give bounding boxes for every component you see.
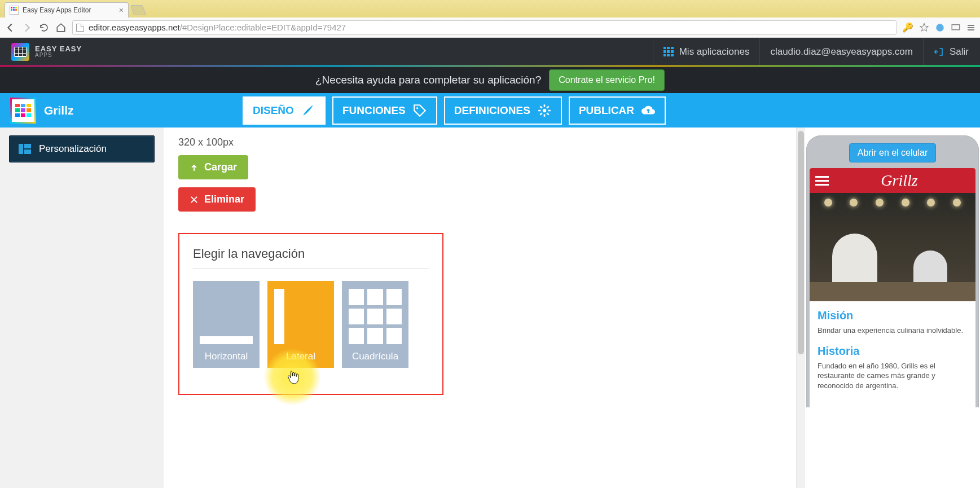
- tab-design[interactable]: DISEÑO: [243, 96, 326, 125]
- brand-line2: APPS: [35, 52, 82, 58]
- app-header: EASY EASY APPS Mis aplicaciones claudio.…: [0, 38, 980, 65]
- help-question: ¿Necesita ayuda para completar su aplica…: [315, 74, 541, 86]
- present-icon[interactable]: [951, 23, 961, 33]
- svg-rect-6: [15, 9, 17, 11]
- nav-horizontal-icon: [200, 289, 253, 344]
- browser-toolbar: editor.easyeasyapps.net/#DesignPlace:edi…: [0, 17, 980, 38]
- main-area: Personalización 320 x 100px Cargar Elimi…: [0, 128, 980, 488]
- tab-functions[interactable]: FUNCIONES: [332, 96, 437, 125]
- preview-section-body: Fundado en el año 1980, Grills es el res…: [818, 361, 968, 391]
- svg-rect-4: [11, 9, 12, 11]
- nav-grid-icon: [349, 289, 402, 344]
- extension-icon[interactable]: [935, 23, 945, 33]
- help-banner: ¿Necesita ayuda para completar su aplica…: [0, 65, 980, 93]
- reload-button[interactable]: [38, 22, 50, 33]
- delete-button[interactable]: Eliminar: [178, 187, 256, 212]
- upload-button[interactable]: Cargar: [178, 155, 248, 179]
- dimensions-label: 320 x 100px: [178, 137, 790, 148]
- current-app-chip[interactable]: Grillz: [10, 98, 74, 124]
- svg-rect-1: [11, 7, 12, 8]
- preview-app-title: Grillz: [829, 172, 970, 190]
- layout-icon: [19, 144, 31, 154]
- tab-publish[interactable]: PUBLICAR: [569, 96, 666, 125]
- editor-tabs: DISEÑO FUNCIONES DEFINICIONES PUBLICAR: [243, 96, 666, 125]
- new-tab-button[interactable]: [130, 5, 146, 15]
- upload-icon: [190, 163, 199, 172]
- forward-button[interactable]: [21, 22, 33, 33]
- svg-point-9: [416, 107, 418, 109]
- choose-navigation-section: Elegir la navegación Horizontal Lateral …: [178, 233, 443, 395]
- scrollbar[interactable]: [796, 128, 805, 488]
- back-button[interactable]: [5, 22, 16, 33]
- star-icon[interactable]: [919, 23, 929, 33]
- home-button[interactable]: [55, 22, 67, 33]
- preview-hero-image: [810, 193, 975, 301]
- app-icon: [10, 98, 36, 124]
- open-mobile-button[interactable]: Abrir en el celular: [849, 143, 937, 162]
- svg-point-7: [936, 24, 944, 32]
- brand-logo[interactable]: EASY EASY APPS: [11, 43, 82, 61]
- content-pane: 320 x 100px Cargar Eliminar Elegir la na…: [164, 128, 805, 488]
- choose-navigation-title: Elegir la navegación: [193, 247, 429, 269]
- preview-header: Grillz: [810, 168, 975, 193]
- key-icon[interactable]: 🔑: [902, 22, 913, 33]
- gear-icon: [537, 103, 552, 118]
- logout-icon: [934, 47, 944, 57]
- scrollbar-thumb[interactable]: [798, 131, 804, 354]
- tab-definitions[interactable]: DEFINICIONES: [444, 96, 562, 125]
- user-email[interactable]: claudio.diaz@easyeasyapps.com: [770, 46, 913, 58]
- close-icon: [190, 195, 199, 204]
- svg-rect-3: [15, 7, 17, 8]
- preview-section-title: Misión: [818, 309, 968, 322]
- svg-rect-5: [13, 9, 15, 11]
- cloud-upload-icon: [641, 103, 656, 118]
- url-bar[interactable]: editor.easyeasyapps.net/#DesignPlace:edi…: [72, 20, 896, 35]
- browser-tabstrip: Easy Easy Apps Editor ×: [0, 0, 980, 17]
- tab-title: Easy Easy Apps Editor: [23, 6, 119, 14]
- favicon-icon: [10, 6, 19, 15]
- preview-body: Misión Brindar una experiencia culinaria…: [810, 301, 975, 407]
- sidebar: Personalización: [0, 128, 164, 488]
- hire-pro-button[interactable]: Contrate el servicio Pro!: [549, 69, 665, 91]
- nav-lateral-icon: [274, 289, 327, 344]
- app-name: Grillz: [44, 104, 74, 117]
- apps-grid-icon: [663, 47, 674, 57]
- svg-rect-8: [952, 24, 960, 29]
- my-apps-link[interactable]: Mis aplicaciones: [663, 46, 750, 58]
- phone-frame: Abrir en el celular Grillz Misión Brinda…: [806, 135, 979, 407]
- nav-option-lateral[interactable]: Lateral: [267, 281, 334, 368]
- tag-icon: [412, 103, 427, 118]
- nav-option-grid[interactable]: Cuadrícula: [342, 281, 408, 368]
- phone-screen: Grillz Misión Brindar una experiencia cu…: [810, 168, 975, 407]
- svg-rect-2: [13, 7, 15, 8]
- svg-point-10: [543, 108, 547, 112]
- url-text: editor.easyeasyapps.net/#DesignPlace:edi…: [89, 23, 346, 32]
- logout-link[interactable]: Salir: [934, 46, 969, 58]
- preview-section-body: Brindar una experiencia culinaria inolvi…: [818, 326, 968, 336]
- menu-icon[interactable]: [966, 23, 975, 32]
- preview-section-title: Historia: [818, 345, 968, 358]
- sidebar-item-personalization[interactable]: Personalización: [9, 135, 155, 162]
- nav-option-horizontal[interactable]: Horizontal: [193, 281, 260, 368]
- editor-bar: Grillz DISEÑO FUNCIONES DEFINICIONES PUB…: [0, 93, 980, 128]
- tab-close-icon[interactable]: ×: [119, 6, 124, 15]
- browser-tab[interactable]: Easy Easy Apps Editor ×: [5, 2, 129, 17]
- page-icon: [76, 24, 84, 32]
- brush-icon: [301, 103, 315, 118]
- brand-mark-icon: [11, 43, 29, 61]
- preview-pane: Abrir en el celular Grillz Misión Brinda…: [805, 128, 980, 488]
- hamburger-icon[interactable]: [815, 176, 829, 186]
